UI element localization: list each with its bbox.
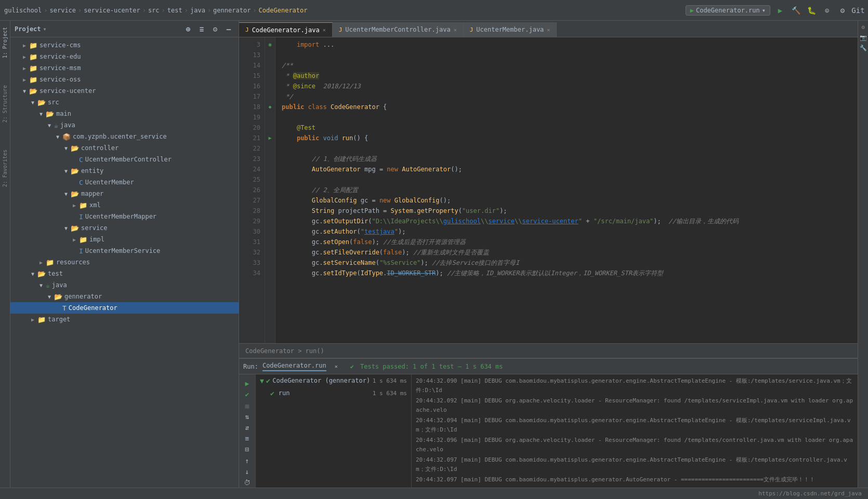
tree-entity[interactable]: ▼ 📂 entity xyxy=(10,165,239,177)
tree-service-msm[interactable]: ▶ 📁 service-msm xyxy=(10,62,239,74)
settings-icon[interactable]: ⚙ xyxy=(209,23,221,35)
right-icon-3[interactable]: 🔧 xyxy=(859,44,867,52)
run-method-label: run xyxy=(279,389,290,397)
tree-com-package[interactable]: ▼ 📦 com.yzpnb.ucenter_service xyxy=(10,131,239,142)
run-method-check: ✔ xyxy=(270,389,274,397)
run-config-dropdown-icon[interactable]: ▾ xyxy=(762,7,766,14)
debug-button[interactable]: 🐛 xyxy=(806,5,817,16)
rerun-failed-button[interactable]: ✔ xyxy=(242,389,253,399)
breadcrumb-project: gulischool xyxy=(4,7,42,14)
run-tab-name: CodeGenerator.run xyxy=(262,362,326,371)
folder-icon: 📁 xyxy=(29,42,37,49)
hide-icon[interactable]: — xyxy=(223,23,234,35)
folder-icon: 📁 xyxy=(37,316,46,323)
tree-test[interactable]: ▼ 📂 test xyxy=(10,268,239,279)
tree-code-generator[interactable]: ▶ T CodeGenerator xyxy=(10,302,239,314)
file-tree: ▶ 📁 service-cms ▶ 📁 service-edu ▶ 📁 serv… xyxy=(10,37,239,488)
class-c-icon: C xyxy=(79,179,83,186)
breadcrumb-service: service xyxy=(49,7,76,14)
tree-java-main[interactable]: ▼ ☕ java xyxy=(10,119,239,131)
rerun-button[interactable]: ▶ xyxy=(242,379,253,388)
run-item-time: 1 s 634 ms xyxy=(373,377,407,384)
tree-ucenter-member[interactable]: ▶ C UcenterMember xyxy=(10,177,239,188)
tree-xml[interactable]: ▶ 📁 xml xyxy=(10,199,239,211)
code-line-19 xyxy=(282,112,858,123)
run-button[interactable]: ▶ xyxy=(774,5,786,16)
collapse-icon[interactable]: ≡ xyxy=(196,23,207,35)
sort2-button[interactable]: ⇵ xyxy=(242,423,253,433)
code-line-21: public void run() { xyxy=(282,133,858,143)
right-icon-1[interactable]: ⚙ xyxy=(859,23,867,31)
locate-icon[interactable]: ⊕ xyxy=(182,23,194,35)
code-content[interactable]: import ... /** * @author * @since 2018/1… xyxy=(275,37,858,343)
folder-icon: 📂 xyxy=(46,110,54,118)
tree-service-folder[interactable]: ▼ 📂 service xyxy=(10,222,239,234)
tab-ucenter-member-label: UcenterMember.java xyxy=(476,26,544,33)
tree-src[interactable]: ▼ 📂 src xyxy=(10,97,239,108)
project-tab[interactable]: 1: Project xyxy=(1,25,9,60)
clock-button[interactable]: ⏱ xyxy=(242,478,253,488)
log-line-3: 20:44:32.094 [main] DEBUG com.baomidou.m… xyxy=(416,416,853,435)
tree-ucenter-ctrl[interactable]: ▶ C UcenterMemberController xyxy=(10,154,239,165)
tab-ucenter-ctrl[interactable]: J UcenterMemberController.java ✕ xyxy=(333,22,464,37)
sort-button[interactable]: ⇅ xyxy=(242,412,253,422)
sidebar-header-icons: ⊕ ≡ ⚙ — xyxy=(182,23,234,35)
tree-service-ucenter[interactable]: ▼ 📂 service-ucenter xyxy=(10,85,239,97)
status-url: https://blog.csdn.net/grd_java xyxy=(758,490,862,497)
git-label[interactable]: Git xyxy=(852,5,864,16)
tab-code-generator[interactable]: J CodeGenerator.java ✕ xyxy=(239,22,333,37)
tab-close-code-generator[interactable]: ✕ xyxy=(323,27,326,33)
run-item-codegen[interactable]: ▼ ✔ CodeGenerator (gennerator) 1 s 634 m… xyxy=(256,374,411,387)
folder-icon: 📁 xyxy=(79,236,87,244)
sidebar-dropdown-icon[interactable]: ▾ xyxy=(43,25,47,33)
tree-target[interactable]: ▶ 📁 target xyxy=(10,314,239,325)
filter-button[interactable]: ≡ xyxy=(242,434,253,443)
run-config-label: CodeGenerator.run xyxy=(696,7,760,14)
breadcrumb-gennerator: gennerator xyxy=(213,7,251,14)
tree-gennerator[interactable]: ▼ 📂 gennerator xyxy=(10,291,239,302)
right-icon-2[interactable]: 📷 xyxy=(859,33,867,42)
collapse-button[interactable]: ⊟ xyxy=(242,444,253,454)
log-line-1: 20:44:32.090 [main] DEBUG com.baomidou.m… xyxy=(416,376,853,395)
tree-service-edu[interactable]: ▶ 📁 service-edu xyxy=(10,51,239,62)
editor-footer-breadcrumb: CodeGenerator > run() xyxy=(239,343,858,358)
log-line-6: 20:44:32.097 [main] DEBUG com.baomidou.m… xyxy=(416,475,853,484)
structure-tab[interactable]: 2: Structure xyxy=(1,83,9,125)
folder-icon: 📂 xyxy=(71,224,79,232)
run-item-run[interactable]: ✔ run 1 s 634 ms xyxy=(256,387,411,399)
favorites-tab[interactable]: 2: Favorites xyxy=(1,147,9,189)
coverage-button[interactable]: ⊙ xyxy=(821,5,833,16)
build-button[interactable]: 🔨 xyxy=(790,5,801,16)
tab-ucenter-member[interactable]: J UcenterMember.java ✕ xyxy=(464,22,557,37)
run-configuration[interactable]: ▶ CodeGenerator.run ▾ xyxy=(686,5,770,16)
tree-service-oss[interactable]: ▶ 📁 service-oss xyxy=(10,74,239,85)
tree-java-test[interactable]: ▼ ☕ java xyxy=(10,279,239,291)
tree-resources[interactable]: ▶ 📁 resources xyxy=(10,257,239,268)
tab-close-ucenter-ctrl[interactable]: ✕ xyxy=(454,27,457,33)
code-line-31: gc.setOpen(false); //生成后是否打开资源管理器 xyxy=(282,237,858,247)
run-close-icon[interactable]: ✕ xyxy=(331,361,342,372)
down-button[interactable]: ↓ xyxy=(242,467,253,477)
stop-button[interactable]: ■ xyxy=(242,400,253,410)
run-expand-arrow: ▼ xyxy=(260,377,264,385)
tree-ucenter-mapper[interactable]: ▶ I UcenterMemberMapper xyxy=(10,211,239,222)
run-method-time: 1 s 634 ms xyxy=(373,390,407,397)
up-button[interactable]: ↑ xyxy=(242,455,253,465)
tab-close-ucenter-member[interactable]: ✕ xyxy=(547,27,550,33)
folder-icon: 📂 xyxy=(71,167,79,175)
tree-mapper[interactable]: ▼ 📂 mapper xyxy=(10,188,239,199)
tree-impl[interactable]: ▶ 📁 impl xyxy=(10,234,239,245)
code-line-24: AutoGenerator mpg = new AutoGenerator(); xyxy=(282,164,858,174)
tree-ucenter-service[interactable]: ▶ I UcenterMemberService xyxy=(10,245,239,257)
tree-main[interactable]: ▼ 📂 main xyxy=(10,108,239,119)
folder-icon: 📂 xyxy=(37,270,46,278)
folder-icon: 📁 xyxy=(46,259,54,266)
tree-controller[interactable]: ▼ 📂 controller xyxy=(10,142,239,154)
code-line-26: // 2、全局配置 xyxy=(282,185,858,195)
code-line-34: gc.setIdType(IdType.ID_WORKER_STR); //主键… xyxy=(282,268,858,278)
code-line-13 xyxy=(282,50,858,60)
tree-service-cms[interactable]: ▶ 📁 service-cms xyxy=(10,39,239,51)
run-panel-header: Run: CodeGenerator.run ✕ ✔ Tests passed:… xyxy=(239,359,858,374)
settings-button[interactable]: ⚙ xyxy=(837,5,848,16)
class-i-icon: I xyxy=(79,213,83,221)
